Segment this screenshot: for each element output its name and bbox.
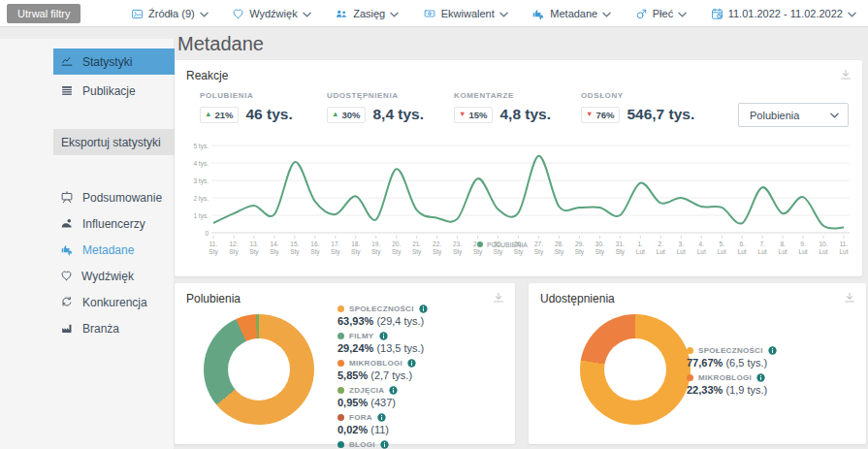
series-select[interactable]: Polubienia — [738, 103, 849, 127]
likes-donut-chart — [204, 314, 314, 425]
svg-text:Lut: Lut — [820, 248, 828, 255]
svg-text:Sty: Sty — [249, 248, 259, 256]
sidebar-item-konkurencja[interactable]: Konkurencja — [53, 289, 175, 315]
sidebar-item-influencerzy[interactable]: Influencerzy — [53, 210, 175, 237]
filter-zrodla[interactable]: Źródła (9) — [131, 8, 209, 20]
download-icon[interactable] — [843, 291, 856, 305]
list-icon — [60, 84, 74, 97]
svg-text:Sty: Sty — [270, 248, 279, 256]
chevron-down-icon — [200, 12, 209, 17]
top-filter-bar: Utrwal filtry Źródła (9)WydźwiękZasięgEk… — [0, 0, 868, 27]
info-icon[interactable] — [768, 346, 777, 355]
sidebar-item-label: Wydźwięk — [81, 270, 134, 283]
banknote-icon — [423, 8, 436, 19]
legend-label: SPOŁECZNOŚCI — [698, 346, 763, 355]
sidebar-item-label: Podsumowanie — [82, 191, 162, 205]
info-icon[interactable] — [380, 440, 389, 449]
sidebar-item-wydzwiek[interactable]: Wydźwięk — [53, 263, 175, 289]
legend-item: ZDJĘCIA 0,95% (437) — [338, 385, 428, 408]
legend-label: FORA — [349, 413, 372, 422]
filter-daterange[interactable]: 11.01.2022 - 11.02.2022 — [711, 8, 856, 20]
svg-text:Lut: Lut — [677, 248, 686, 255]
thumbs-icon — [531, 8, 545, 20]
svg-text:17.: 17. — [331, 241, 339, 247]
legend-count: (29,4 tys.) — [376, 315, 424, 327]
filter-wydzwiek[interactable]: Wydźwięk — [232, 8, 310, 20]
legend-color-dot — [687, 374, 693, 381]
legend-item: SPOŁECZNOŚCI 77,67% (6,5 tys.) — [687, 345, 777, 369]
metric-label: UDOSTĘPNIENIA — [327, 91, 454, 100]
svg-text:Sty: Sty — [229, 248, 239, 256]
filter-plec[interactable]: Płeć — [635, 8, 687, 20]
gender-icon — [635, 8, 648, 20]
filter-label: 11.01.2022 - 11.02.2022 — [728, 8, 843, 19]
chevron-down-icon — [390, 12, 399, 17]
influencer-icon — [60, 217, 74, 230]
legend-color-dot — [338, 441, 344, 448]
sidebar: StatystykiPublikacje Eksportuj statystyk… — [0, 39, 175, 449]
metric-value: 546,7 tys. — [627, 106, 694, 123]
legend-percent: 63,93% — [338, 315, 373, 327]
svg-text:15.: 15. — [290, 241, 299, 247]
info-icon[interactable] — [379, 332, 388, 340]
svg-text:28.: 28. — [555, 241, 563, 247]
sidebar-item-statystyki[interactable]: Statystyki — [53, 48, 175, 75]
filter-metadane[interactable]: Metadane — [531, 8, 611, 20]
legend-count: (13,5 tys.) — [376, 342, 424, 354]
info-icon[interactable] — [377, 413, 386, 422]
svg-text:10.: 10. — [820, 241, 828, 247]
svg-text:Lut: Lut — [779, 248, 788, 255]
svg-text:Sty: Sty — [433, 248, 442, 256]
info-icon[interactable] — [407, 359, 416, 368]
metric-change-badge: ▼ 15% — [454, 107, 493, 123]
svg-text:Sty: Sty — [371, 248, 381, 256]
sidebar-primary-group: StatystykiPublikacje — [0, 48, 175, 107]
analytics-dashboard: Utrwal filtry Źródła (9)WydźwiękZasięgEk… — [0, 0, 868, 449]
svg-text:7.: 7. — [759, 241, 765, 247]
legend-label: FILMY — [349, 332, 374, 340]
legend-label: MIKROBLOGI — [698, 373, 752, 382]
svg-text:22.: 22. — [433, 241, 441, 247]
svg-text:Sty: Sty — [473, 248, 483, 256]
svg-text:4.: 4. — [699, 241, 705, 247]
likes-card-title: Polubienia — [186, 292, 241, 305]
svg-text:1.: 1. — [638, 241, 644, 247]
arrow-up-icon: ▲ — [205, 111, 211, 118]
filter-ekwiwalent[interactable]: Ekwiwalent — [423, 8, 508, 19]
svg-text:11.: 11. — [209, 241, 218, 247]
svg-text:3 tys.: 3 tys. — [193, 177, 209, 185]
likes-legend: SPOŁECZNOŚCI 63,93% (29,4 tys.) FILMY 29… — [338, 304, 428, 449]
legend-count: (437) — [370, 397, 396, 408]
sidebar-item-branza[interactable]: Branża — [53, 315, 175, 341]
sidebar-item-metadane[interactable]: Metadane — [53, 237, 175, 263]
svg-text:2.: 2. — [659, 241, 664, 247]
thumbs-icon — [60, 243, 74, 256]
legend-label: ZDJĘCIA — [349, 386, 384, 395]
info-icon[interactable] — [756, 373, 765, 382]
sidebar-item-podsumowanie[interactable]: Podsumowanie — [53, 184, 175, 210]
metric-change: 76% — [595, 110, 614, 120]
download-icon[interactable] — [839, 68, 852, 81]
filter-zasieg[interactable]: Zasięg — [335, 8, 399, 20]
legend-count: (2,7 tys.) — [370, 369, 412, 381]
download-icon[interactable] — [492, 291, 505, 305]
filter-label: Źródła (9) — [148, 8, 195, 19]
chevron-down-icon — [499, 12, 508, 17]
export-statistics-button[interactable]: Eksportuj statystyki — [53, 129, 175, 155]
pin-filters-button[interactable]: Utrwal filtry — [7, 4, 80, 23]
heart-icon — [60, 270, 73, 282]
svg-text:Sty: Sty — [310, 248, 320, 256]
svg-text:9.: 9. — [800, 241, 806, 247]
legend-percent: 22,33% — [687, 384, 723, 396]
legend-value: 29,24% (13,5 tys.) — [338, 342, 428, 354]
image-icon — [131, 8, 144, 20]
sidebar-item-label: Statystyki — [82, 55, 132, 69]
svg-text:Sty: Sty — [331, 248, 340, 256]
sidebar-nav-group: PodsumowanieInfluencerzyMetadaneWydźwięk… — [0, 184, 175, 341]
svg-text:18.: 18. — [351, 241, 360, 247]
info-icon[interactable] — [419, 305, 428, 313]
svg-text:5 tys.: 5 tys. — [193, 143, 209, 150]
info-icon[interactable] — [389, 386, 398, 395]
metric-label: KOMENTARZE — [454, 91, 581, 100]
sidebar-item-publikacje[interactable]: Publikacje — [53, 78, 175, 104]
